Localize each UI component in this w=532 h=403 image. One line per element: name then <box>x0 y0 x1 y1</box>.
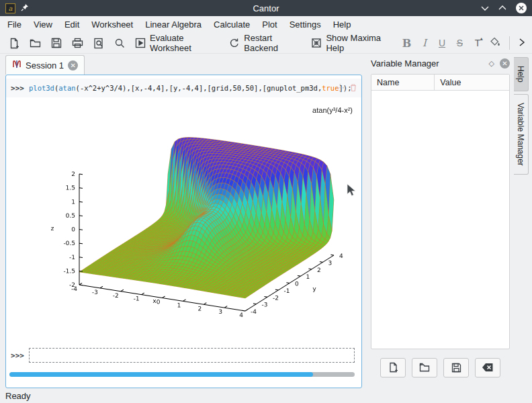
variable-manager-header: Variable Manager ◇ ✕ <box>367 55 514 71</box>
menu-file[interactable]: File <box>1 17 28 32</box>
menu-edit[interactable]: Edit <box>58 17 85 32</box>
variable-table-header: Name Value <box>371 75 509 91</box>
column-header-value[interactable]: Value <box>435 75 466 90</box>
save-variables-button[interactable] <box>443 358 469 377</box>
variable-manager-toolbar <box>371 352 510 383</box>
new-document-icon <box>9 38 19 49</box>
maxima-help-icon <box>311 38 322 48</box>
text-color-button[interactable] <box>490 37 500 49</box>
code-token: (-x^2+y^3/4),[x,-4,4],[y,-4,4],[grid,50,… <box>76 84 322 92</box>
session-tab-label: Session 1 <box>26 60 64 71</box>
variable-manager-title: Variable Manager <box>371 58 439 69</box>
plot-canvas <box>27 97 358 338</box>
open-button[interactable] <box>28 37 43 50</box>
print-preview-button[interactable] <box>91 36 106 50</box>
underline-button[interactable]: U <box>436 38 447 48</box>
open-folder-icon <box>30 38 41 48</box>
app-icon: a <box>5 3 15 13</box>
show-maxima-help-button[interactable]: Show Maxima Help <box>309 32 395 54</box>
variable-manager-panel: Variable Manager ◇ ✕ Name Value <box>367 55 514 388</box>
close-button[interactable] <box>516 3 527 13</box>
side-tab-help[interactable]: Help <box>514 57 529 91</box>
new-variable-button[interactable] <box>380 358 406 377</box>
save-icon <box>51 38 62 48</box>
menu-worksheet[interactable]: Worksheet <box>85 17 139 32</box>
restart-backend-button[interactable]: Restart Backend <box>227 32 303 54</box>
new-command-entry: >>> <box>6 347 361 363</box>
side-tab-variable-manager[interactable]: Variable Manager <box>514 94 529 175</box>
maxima-help-label: Show Maxima Help <box>326 33 393 53</box>
tab-close-icon[interactable]: ✕ <box>68 60 78 71</box>
fill-color-icon <box>490 39 500 49</box>
plot-title: atan(y³/4-x²) <box>312 106 353 114</box>
new-command-prompt: >>> <box>6 351 29 360</box>
variable-table-body <box>371 91 509 349</box>
mouse-cursor <box>347 183 357 201</box>
code-token: atan <box>58 84 75 92</box>
menu-plot[interactable]: Plot <box>256 17 283 32</box>
worksheet-hscrollbar[interactable] <box>9 372 355 377</box>
evaluate-label: Evaluate Worksheet <box>150 33 219 53</box>
panel-close-icon[interactable]: ✕ <box>500 58 510 69</box>
toolbar-separator <box>509 36 510 50</box>
print-preview-icon <box>93 38 104 49</box>
menubar: File View Edit Worksheet Linear Algebra … <box>0 16 532 33</box>
italic-button[interactable]: I <box>418 37 430 49</box>
toolbar: Evaluate Worksheet Restart Backend Show … <box>0 33 532 54</box>
window-title: Cantor <box>0 3 532 13</box>
tab-session-1[interactable]: Session 1 ✕ <box>5 55 85 75</box>
maxima-session-icon <box>12 60 21 71</box>
bold-button[interactable]: B <box>401 37 412 50</box>
side-tab-strip: Help Variable Manager <box>514 54 532 388</box>
code-token: plot3d <box>29 84 54 92</box>
menu-linear-algebra[interactable]: Linear Algebra <box>139 17 208 32</box>
titlebar: a Cantor <box>0 0 532 16</box>
search-icon <box>114 38 125 48</box>
evaluate-worksheet-button[interactable]: Evaluate Worksheet <box>133 32 221 54</box>
arrow-up-icon: ▲ <box>479 36 484 41</box>
status-text: Ready <box>5 391 31 401</box>
pin-icon[interactable] <box>21 2 29 14</box>
delete-entry-icon[interactable] <box>349 83 357 95</box>
menu-view[interactable]: View <box>28 17 58 32</box>
session-tabbar: Session 1 ✕ <box>5 54 362 75</box>
menu-settings[interactable]: Settings <box>283 17 327 32</box>
printer-icon <box>72 38 83 48</box>
drag-handle-icon[interactable] <box>336 83 345 95</box>
load-variables-button[interactable] <box>412 358 437 377</box>
command-entry[interactable]: >>> plot3d(atan(-x^2+y^3/4),[x,-4,4],[y,… <box>6 79 361 97</box>
new-worksheet-button[interactable] <box>7 36 21 50</box>
restart-icon <box>229 38 240 48</box>
main-area: Session 1 ✕ >>> plot3d(atan(-x^2+y^3/4),… <box>0 54 532 388</box>
minimize-button[interactable] <box>481 5 489 11</box>
worksheet-hscroll-fill[interactable] <box>9 372 313 377</box>
column-header-name[interactable]: Name <box>371 75 435 90</box>
maximize-button[interactable] <box>498 5 506 11</box>
float-panel-icon[interactable]: ◇ <box>489 59 494 68</box>
print-button[interactable] <box>70 36 85 50</box>
variable-table: Name Value <box>371 74 510 349</box>
font-size-button[interactable]: T▲ <box>472 38 484 48</box>
command-code[interactable]: plot3d(atan(-x^2+y^3/4),[x,-4,4],[y,-4,4… <box>29 84 351 92</box>
plot-output: atan(y³/4-x²) <box>27 97 358 338</box>
restart-label: Restart Backend <box>244 33 301 53</box>
panel-splitter[interactable] <box>362 54 367 388</box>
evaluate-icon <box>135 38 146 48</box>
menu-calculate[interactable]: Calculate <box>208 17 256 32</box>
menu-help[interactable]: Help <box>327 17 357 32</box>
command-prompt: >>> <box>6 84 29 93</box>
new-command-input[interactable] <box>29 348 355 363</box>
save-button[interactable] <box>49 36 64 50</box>
worksheet: >>> plot3d(atan(-x^2+y^3/4),[x,-4,4],[y,… <box>5 75 362 388</box>
clear-variables-button[interactable] <box>475 358 500 377</box>
search-button[interactable] <box>112 36 127 50</box>
statusbar: Ready <box>0 388 532 403</box>
toolbar-overflow-button[interactable] <box>519 38 525 48</box>
strikethrough-button[interactable]: S <box>454 38 466 48</box>
